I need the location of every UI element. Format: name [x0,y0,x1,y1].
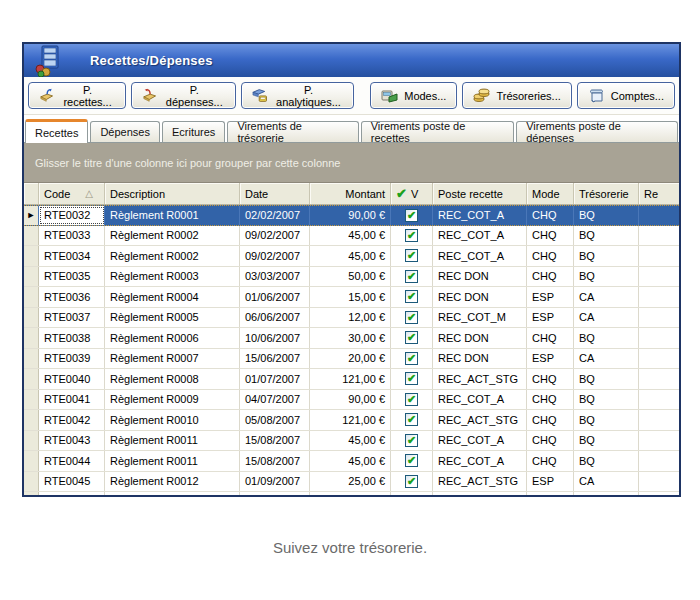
cell-date[interactable]: 01/07/2007 [240,369,310,389]
cell-re[interactable] [639,410,679,430]
cell-mode[interactable]: CHQ [527,267,574,287]
cell-poste-recette[interactable]: REC DON [433,328,527,348]
table-row[interactable]: ► RTE0035 Règlement R0003 03/03/2007 50,… [24,267,679,288]
checkbox-checked-icon[interactable]: ✔ [405,290,418,303]
cell-description[interactable]: Règlement R0011 [105,431,240,451]
cell-code[interactable]: RTE0036 [39,287,105,307]
tab-ecritures[interactable]: Ecritures [162,121,225,142]
cell-valide[interactable]: ✔ [391,410,433,430]
cell-mode[interactable]: CHQ [527,226,574,246]
cell-re[interactable] [639,472,679,492]
cell-description[interactable]: Règlement R0010 [105,410,240,430]
cell-tresorerie[interactable]: BQ [574,226,639,246]
cell-poste-recette[interactable]: REC_COT_A [433,226,527,246]
cell-tresorerie[interactable] [574,492,639,495]
table-row[interactable]: ► RTE0038 Règlement R0006 10/06/2007 30,… [24,328,679,349]
row-selector-cell[interactable]: ► [24,451,39,471]
row-selector-cell[interactable]: ► [24,287,39,307]
checkbox-checked-icon[interactable]: ✔ [405,249,418,262]
row-selector-cell[interactable]: ► [24,369,39,389]
cell-code[interactable] [39,492,105,495]
checkbox-checked-icon[interactable]: ✔ [405,393,418,406]
row-selector-cell[interactable]: ► [24,431,39,451]
cell-code[interactable]: RTE0034 [39,246,105,266]
checkbox-checked-icon[interactable]: ✔ [405,372,418,385]
cell-code[interactable]: RTE0042 [39,410,105,430]
cell-poste-recette[interactable] [433,492,527,495]
cell-tresorerie[interactable]: CA [574,472,639,492]
cell-tresorerie[interactable]: BQ [574,410,639,430]
cell-description[interactable]: Règlement R0009 [105,390,240,410]
table-row[interactable]: ► RTE0041 Règlement R0009 04/07/2007 90,… [24,390,679,411]
cell-montant[interactable]: 45,00 € [310,431,391,451]
cell-mode[interactable]: CHQ [527,390,574,410]
cell-montant[interactable]: 90,00 € [310,206,391,225]
cell-date[interactable]: 10/06/2007 [240,328,310,348]
cell-tresorerie[interactable]: BQ [574,328,639,348]
row-selector-cell[interactable]: ► [24,390,39,410]
table-row[interactable]: ► RTE0036 Règlement R0004 01/06/2007 15,… [24,287,679,308]
row-selector-cell[interactable]: ► [24,246,39,266]
cell-description[interactable]: Règlement R0005 [105,308,240,328]
table-row[interactable]: ► RTE0045 Règlement R0012 01/09/2007 25,… [24,472,679,493]
cell-description[interactable]: Règlement R0012 [105,472,240,492]
cell-re[interactable] [639,369,679,389]
table-row[interactable]: ► RTE0037 Règlement R0005 06/06/2007 12,… [24,308,679,329]
column-header-tresorerie[interactable]: Trésorerie [574,183,639,204]
cell-date[interactable]: 02/02/2007 [240,206,310,225]
checkbox-checked-icon[interactable]: ✔ [405,311,418,324]
tresoreries-button[interactable]: Trésoreries... [462,82,571,109]
cell-date[interactable] [240,492,310,495]
cell-tresorerie[interactable]: CA [574,308,639,328]
cell-re[interactable] [639,308,679,328]
cell-date[interactable]: 05/08/2007 [240,410,310,430]
cell-valide[interactable]: ✔ [391,267,433,287]
postes-recettes-button[interactable]: P. recettes... [28,82,126,109]
cell-valide[interactable]: ✔ [391,308,433,328]
cell-valide[interactable]: ✔ [391,246,433,266]
cell-poste-recette[interactable]: REC_ACT_STG [433,472,527,492]
tab-virements-poste-recettes[interactable]: Virements poste de recettes [361,121,514,142]
cell-valide[interactable]: ✔ [391,472,433,492]
postes-depenses-button[interactable]: P. dépenses... [131,82,237,109]
table-row[interactable]: ► RTE0044 Règlement R0011 15/08/2007 45,… [24,451,679,472]
cell-date[interactable]: 15/08/2007 [240,451,310,471]
row-selector-cell[interactable]: ► [24,410,39,430]
table-row[interactable] [24,492,679,495]
cell-date[interactable]: 09/02/2007 [240,226,310,246]
table-row[interactable]: ► RTE0039 Règlement R0007 15/06/2007 20,… [24,349,679,370]
cell-date[interactable]: 15/08/2007 [240,431,310,451]
cell-description[interactable]: Règlement R0006 [105,328,240,348]
column-header-poste-recette[interactable]: Poste recette [433,183,527,204]
cell-code[interactable]: RTE0039 [39,349,105,369]
cell-code[interactable]: RTE0037 [39,308,105,328]
cell-poste-recette[interactable]: REC DON [433,349,527,369]
table-row[interactable]: ► RTE0043 Règlement R0011 15/08/2007 45,… [24,431,679,452]
postes-analytiques-button[interactable]: P. analytiques... [241,82,354,109]
cell-poste-recette[interactable]: REC DON [433,287,527,307]
cell-poste-recette[interactable]: REC DON [433,267,527,287]
table-row[interactable]: ► RTE0034 Règlement R0002 09/02/2007 45,… [24,246,679,267]
cell-description[interactable]: Règlement R0008 [105,369,240,389]
row-selector-cell[interactable]: ► [24,328,39,348]
cell-date[interactable]: 09/02/2007 [240,246,310,266]
cell-montant[interactable]: 12,00 € [310,308,391,328]
cell-date[interactable]: 01/06/2007 [240,287,310,307]
cell-re[interactable] [639,349,679,369]
cell-poste-recette[interactable]: REC_ACT_STG [433,410,527,430]
cell-re[interactable] [639,287,679,307]
cell-mode[interactable] [527,492,574,495]
cell-poste-recette[interactable]: REC_COT_A [433,431,527,451]
cell-re[interactable] [639,206,679,225]
table-row[interactable]: ► RTE0032 Règlement R0001 02/02/2007 90,… [24,205,679,226]
cell-code[interactable]: RTE0044 [39,451,105,471]
cell-montant[interactable]: 121,00 € [310,410,391,430]
cell-montant[interactable]: 45,00 € [310,451,391,471]
cell-code[interactable]: RTE0040 [39,369,105,389]
cell-poste-recette[interactable]: REC_COT_A [433,451,527,471]
cell-description[interactable]: Règlement R0007 [105,349,240,369]
cell-valide[interactable]: ✔ [391,328,433,348]
cell-date[interactable]: 03/03/2007 [240,267,310,287]
tab-recettes[interactable]: Recettes [25,119,88,143]
group-by-bar[interactable]: Glisser le titre d'une colonne ici pour … [24,143,679,183]
